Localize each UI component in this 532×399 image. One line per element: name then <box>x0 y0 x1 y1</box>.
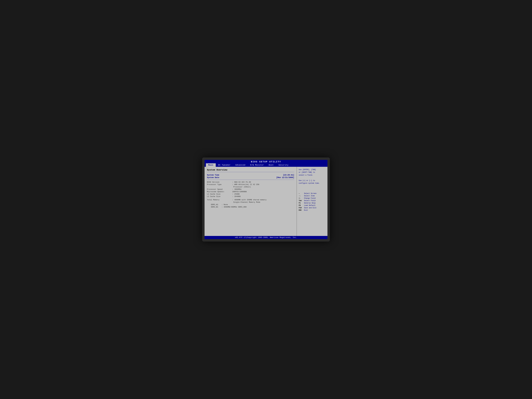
bios-version-label: BIOS Version <box>207 181 232 183</box>
ddr3-a1-label: DDR3_A1 <box>211 204 222 206</box>
help-line5: Use [+] or [-] to <box>299 180 315 182</box>
key-row-tab: Tab Select Field <box>299 200 326 202</box>
divider <box>207 180 294 180</box>
l1-cache-value: 256KB <box>234 193 240 195</box>
key-f9-desc: Load Default <box>304 205 316 206</box>
key-f10-desc: Save and Exit <box>304 207 317 209</box>
microcode-value: 100F63/10000B6 <box>232 191 247 193</box>
nav-bar: Main OC Tweaker Advanced H/W Monitor Boo… <box>205 163 327 167</box>
key-tab: Tab <box>299 200 304 202</box>
processor-speed-row: Processor Speed : 3000MHz <box>207 188 294 190</box>
help-line2: or [SHIFT-TAB] to <box>299 171 315 173</box>
ddr3-a1-value: None <box>224 204 228 206</box>
memory-block: Total Memory : 4096MB with 256MB shared … <box>207 199 294 208</box>
help-text: Use [ENTER], [TAB] or [SHIFT-TAB] to sel… <box>299 168 326 185</box>
key-row-f1: F1 General Help <box>299 202 326 204</box>
key-row-esc: ESC Exit <box>299 209 326 211</box>
microcode-label: Microcode Update: <box>207 191 232 193</box>
key-f10: F10 <box>299 207 304 209</box>
key-lr-arrows: ↔ <box>299 193 304 194</box>
system-time-row: System Time [23:29:41] <box>207 174 294 176</box>
ddr3-b1-label: DDR3_B1 <box>211 206 222 208</box>
processor-type-value: AMD Athlon(tm) II X2 250 <box>234 184 259 185</box>
key-esc-desc: Exit <box>304 209 308 211</box>
key-ud-desc: Select Item <box>304 195 315 197</box>
help-line1: Use [ENTER], [TAB] <box>299 169 316 171</box>
left-panel: System Overview System Time [23:29:41] S… <box>205 167 297 236</box>
system-date-label: System Date <box>207 177 219 179</box>
l1-cache-row: L1 Cache Size : 256KB <box>207 193 294 195</box>
bios-title: BIOS SETUP UTILITY <box>251 161 281 163</box>
l1-cache-label: L1 Cache Size <box>207 193 232 195</box>
key-row-arrows: ↔ Select Screen <box>299 193 326 194</box>
processor-type-row: Processor Type : AMD Athlon(tm) II X2 25… <box>207 184 294 185</box>
key-tab-desc: Select Field <box>304 200 316 202</box>
system-date-row: System Date [Mon 12/21/2099] <box>207 177 294 179</box>
help-line3: select a field. <box>299 174 313 176</box>
right-panel: Use [ENTER], [TAB] or [SHIFT-TAB] to sel… <box>297 167 327 236</box>
total-memory-value: 4096MB with 256MB shared memory <box>234 199 266 201</box>
system-time-label: System Time <box>207 174 219 176</box>
footer-bar: v02.67C (C)Copyright 1985-2009, American… <box>205 236 327 239</box>
total-memory-row: Total Memory : 4096MB with 256MB shared … <box>207 199 294 201</box>
processor-speed-label: Processor Speed <box>207 188 232 190</box>
key-row-ud: ↑↓ Select Item <box>299 195 326 197</box>
key-row-f9: F9 Load Default <box>299 205 326 206</box>
key-row-f10: F10 Save and Exit <box>299 207 326 209</box>
tab-boot[interactable]: Boot <box>266 163 276 167</box>
footer-text: v02.67C (C)Copyright 1985-2009, American… <box>235 237 297 239</box>
help-line6: configure system time. <box>299 182 320 184</box>
system-time-value[interactable]: [23:29:41] <box>283 174 294 176</box>
monitor: BIOS SETUP UTILITY Main OC Tweaker Advan… <box>202 158 330 241</box>
microcode-row: Microcode Update: 100F63/10000B6 <box>207 191 294 193</box>
ddr3-b1-row: DDR3_B1 : 4096MB/400MHz DDR3_800 <box>207 206 294 208</box>
ddr3-a1-row: DDR3_A1 : None <box>207 204 294 206</box>
key-row-plusminus: +- Change Field <box>299 197 326 199</box>
title-bar: BIOS SETUP UTILITY <box>205 160 327 163</box>
bios-version-row: BIOS Version : N68-S3 UCC P1.60 <box>207 181 294 183</box>
ddr3-b1-value: 4096MB/400MHz DDR3_800 <box>224 206 247 208</box>
tab-oc-tweaker[interactable]: OC Tweaker <box>216 163 233 167</box>
tab-security[interactable]: Security <box>276 163 291 167</box>
key-lr-desc: Select Screen <box>304 193 317 194</box>
key-plusminus: +- <box>299 197 304 199</box>
l2-cache-label: L2 Cache Size <box>207 196 232 197</box>
tab-hw-monitor[interactable]: H/W Monitor <box>248 163 266 167</box>
key-ud-arrows: ↑↓ <box>299 195 304 197</box>
key-section: ↔ Select Screen ↑↓ Select Item +- Change… <box>299 193 326 211</box>
system-date-value[interactable]: [Mon 12/21/2099] <box>276 177 294 179</box>
memory-mode: Single-Channel Memory Mode <box>233 201 294 203</box>
content-area: System Overview System Time [23:29:41] S… <box>205 167 327 236</box>
bios-screen: BIOS SETUP UTILITY Main OC Tweaker Advan… <box>205 160 327 239</box>
key-plusminus-desc: Change Field <box>304 197 316 199</box>
processor-type-indent: Processor (64bit) <box>233 186 294 188</box>
tab-advanced[interactable]: Advanced <box>233 163 248 167</box>
key-f1: F1 <box>299 202 304 204</box>
tab-main[interactable]: Main <box>206 163 216 167</box>
key-esc: ESC <box>299 209 304 211</box>
total-memory-label: Total Memory <box>207 199 232 201</box>
processor-type-label: Processor Type <box>207 184 232 185</box>
l2-cache-value: 2048KB <box>234 196 241 197</box>
l2-cache-row: L2 Cache Size : 2048KB <box>207 196 294 197</box>
key-f1-desc: General Help <box>304 202 316 204</box>
processor-speed-value: 3000MHz <box>234 188 242 190</box>
bios-version-value: N68-S3 UCC P1.60 <box>234 181 251 183</box>
section-title: System Overview <box>207 169 294 172</box>
key-f9: F9 <box>299 205 304 206</box>
